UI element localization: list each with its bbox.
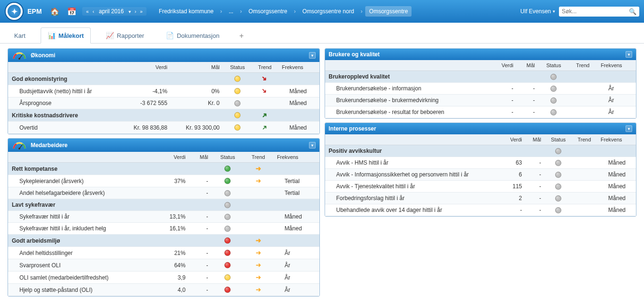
row-mal: - <box>526 157 545 169</box>
row-label: Årsprognose <box>8 97 119 109</box>
table-group-row[interactable]: Kritiske kostnadsdrivere ➜ <box>8 109 319 122</box>
status-indicator <box>224 237 231 244</box>
table-row[interactable]: Overtid Kr. 98 836,88 Kr. 93 300,00 ➜ Må… <box>8 122 319 134</box>
search-input[interactable] <box>562 8 629 15</box>
tab-label: Dokumentasjon <box>177 32 219 39</box>
date-label[interactable]: april 2016 <box>97 8 126 15</box>
table-row[interactable]: Andel heltidsstillinger 21% - ➜ År <box>8 247 319 259</box>
row-frekvens: År <box>273 272 319 284</box>
panel-menu-icon[interactable]: ▾ <box>309 142 316 149</box>
date-prev-fast-icon[interactable]: « <box>85 9 90 14</box>
row-frekvens: Måned <box>278 85 319 97</box>
compass-icon: ✦ <box>8 5 21 18</box>
table-row[interactable]: Avvik - Informasjonssikkerhet og personv… <box>325 169 636 181</box>
col-mal: Mål <box>189 152 212 163</box>
row-mal: - <box>189 272 212 284</box>
table-row[interactable]: Sykefravær hittil i år 13,1% - Måned <box>8 211 319 223</box>
row-verdi: 115 <box>502 181 525 193</box>
table-row[interactable]: Brukerundersøkelse - brukermedvirkning -… <box>325 95 636 106</box>
table-row[interactable]: Sykefravær hittil i år, inkludert helg 1… <box>8 223 319 235</box>
table-row[interactable]: Ubehandlede avvik over 14 dager hittil i… <box>325 204 636 216</box>
status-indicator <box>550 86 557 92</box>
user-menu[interactable]: Ulf Evensen ▾ <box>520 8 555 15</box>
row-frekvens: År <box>597 106 636 118</box>
tab-label: Målekort <box>59 32 84 39</box>
search-icon[interactable]: 🔍 <box>629 8 636 15</box>
table-row[interactable]: OLI samlet (medarbeidertilfredshet) 3,9 … <box>8 272 319 284</box>
status-indicator <box>555 172 561 178</box>
row-verdi: 4,0 <box>156 284 189 296</box>
row-mal: Kr. 93 300,00 <box>171 122 223 134</box>
panel-menu-icon[interactable]: ▾ <box>626 51 632 58</box>
col-trend: Trend <box>243 152 273 163</box>
table-row[interactable]: Sykepleierandel (årsverk) 37% - ➜ Tertia… <box>8 175 319 187</box>
tab-kart[interactable]: Kart <box>8 28 32 43</box>
tab-label: Kart <box>14 32 26 39</box>
table-row[interactable]: Årsprognose -3 672 555 Kr. 0 Måned <box>8 97 319 109</box>
table-group-row[interactable]: God økonomistyring ➜ <box>8 73 319 85</box>
tab-rapporter[interactable]: 📈 Rapporter <box>99 28 151 43</box>
table-row[interactable]: Budsjettavvik (netto) hittil i år -4,1% … <box>8 85 319 97</box>
chart-icon: 📈 <box>106 32 114 39</box>
trend-flat-icon: ➜ <box>256 237 261 244</box>
table-row[interactable]: Brukerundersøkelse - resultat for beboer… <box>325 106 636 118</box>
table-row[interactable]: Brukerundersøkelse - informasjon - - År <box>325 83 636 95</box>
table-row[interactable]: Hjelp og støtte-påstand (OLI) 4,0 - ➜ År <box>8 284 319 296</box>
table-row[interactable]: Avvik - Tjenestekvalitet hittil i år 115… <box>325 181 636 193</box>
row-frekvens: Måned <box>597 204 636 216</box>
row-verdi: Kr. 98 836,88 <box>119 122 172 134</box>
app-name: EPM <box>27 8 42 15</box>
status-indicator <box>555 195 561 202</box>
group-label: Lavt sykefravær <box>8 199 212 211</box>
tab-malekort[interactable]: 📊 Målekort <box>41 27 91 44</box>
row-frekvens: Måned <box>278 97 319 109</box>
calendar-icon[interactable]: 📅 <box>65 5 78 18</box>
panel-title: Medarbeidere <box>31 142 68 149</box>
app-logo[interactable]: ✦ <box>5 2 24 21</box>
panel-menu-icon[interactable]: ▾ <box>309 52 316 59</box>
row-label: Svarprosent OLI <box>8 259 156 272</box>
date-next-fast-icon[interactable]: » <box>139 9 144 14</box>
breadcrumb-item[interactable]: Omsorgssentre nord <box>299 6 358 17</box>
row-verdi: - <box>491 106 517 118</box>
table-group-row[interactable]: Godt arbeidsmiljø ➜ <box>8 235 319 247</box>
date-prev-icon[interactable]: ‹ <box>92 9 95 14</box>
row-frekvens: År <box>273 284 319 296</box>
row-label: Sykefravær hittil i år, inkludert helg <box>8 223 156 235</box>
table-row[interactable]: Andel helsefagarbeidere (årsverk) - Tert… <box>8 187 319 199</box>
row-mal: - <box>189 259 212 272</box>
chevron-down-icon: ▾ <box>553 9 555 14</box>
table-row[interactable]: Avvik - HMS hittil i år 63 - Måned <box>325 157 636 169</box>
breadcrumb-item-active[interactable]: Omsorgssentre <box>365 6 412 17</box>
row-label: Sykefravær hittil i år <box>8 211 156 223</box>
row-mal: Kr. 0 <box>171 97 223 109</box>
row-label: Avvik - HMS hittil i år <box>325 157 503 169</box>
row-frekvens: Måned <box>597 157 636 169</box>
table-group-row[interactable]: Rett kompetanse ➜ <box>8 163 319 175</box>
status-indicator <box>224 190 231 196</box>
home-icon[interactable]: 🏠 <box>48 5 61 18</box>
table-group-row[interactable]: Positiv avvikskultur <box>325 145 636 157</box>
row-mal: - <box>526 204 545 216</box>
row-verdi: 64% <box>156 259 189 272</box>
date-next-icon[interactable]: › <box>134 9 137 14</box>
breadcrumb-item[interactable]: ... <box>225 6 237 17</box>
table-group-row[interactable]: Lavt sykefravær <box>8 199 319 211</box>
chevron-down-icon[interactable]: ▾ <box>128 9 132 14</box>
table-group-row[interactable]: Brukeropplevd kvalitet <box>325 71 636 83</box>
panel-menu-icon[interactable]: ▾ <box>626 125 632 132</box>
col-verdi: Verdi <box>156 152 189 163</box>
row-label: Brukerundersøkelse - brukermedvirkning <box>325 95 491 106</box>
table-row[interactable]: Forbedringsforslag hittil i år 2 - Måned <box>325 193 636 204</box>
row-verdi: 6 <box>502 169 525 181</box>
table-row[interactable]: Svarprosent OLI 64% - ➜ År <box>8 259 319 272</box>
row-mal: - <box>526 193 545 204</box>
tab-dokumentasjon[interactable]: 📄 Dokumentasjon <box>159 28 226 43</box>
row-label: Brukerundersøkelse - resultat for beboer… <box>325 106 491 118</box>
row-mal: - <box>189 223 212 235</box>
tab-add-button[interactable]: + <box>234 29 248 43</box>
breadcrumb-item[interactable]: Fredrikstad kommune <box>155 6 217 17</box>
breadcrumb-item[interactable]: Omsorgssentre <box>245 6 291 17</box>
row-verdi: 2 <box>502 193 525 204</box>
group-label: Positiv avvikskultur <box>325 145 545 157</box>
